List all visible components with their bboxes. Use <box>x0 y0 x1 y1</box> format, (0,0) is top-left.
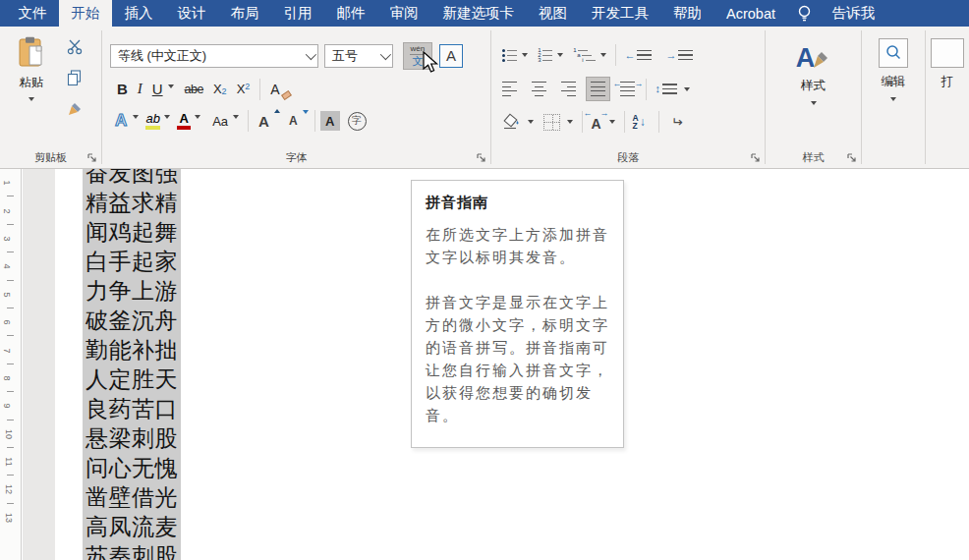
menu-tab[interactable]: Acrobat <box>714 0 788 27</box>
grow-font-button[interactable]: A <box>254 111 274 132</box>
menu-tab[interactable]: 设计 <box>165 0 218 27</box>
paste-button[interactable]: 粘贴 <box>6 32 57 127</box>
highlight-caret[interactable] <box>164 115 170 119</box>
line-spacing-button[interactable]: ↕ <box>652 81 680 98</box>
editing-button[interactable]: 编辑 <box>862 27 925 101</box>
menu-tab[interactable]: 新建选项卡 <box>430 0 527 27</box>
strikethrough-button[interactable]: abe <box>180 81 208 98</box>
partial-button[interactable]: 打 <box>926 27 969 90</box>
borders-caret[interactable] <box>567 120 573 124</box>
change-case-glyph: Aa <box>212 114 228 129</box>
subscript-button[interactable]: X2 <box>208 80 232 98</box>
italic-button[interactable]: I <box>133 79 147 99</box>
numbering-caret[interactable] <box>557 53 563 57</box>
menu-tab[interactable]: 文件 <box>6 0 59 27</box>
align-left-button[interactable] <box>499 78 520 99</box>
asian-layout-caret[interactable] <box>609 120 615 124</box>
italic-glyph: I <box>138 81 142 97</box>
bold-button[interactable]: B <box>112 79 133 99</box>
menu-tab[interactable]: 审阅 <box>377 0 430 27</box>
text-effects-button[interactable]: A <box>110 109 132 133</box>
styles-dialog-launcher-icon[interactable] <box>846 152 858 164</box>
font-size-combo[interactable]: 五号 <box>324 44 393 68</box>
menu-tab[interactable]: 开发工具 <box>580 0 661 27</box>
change-case-button[interactable]: Aa <box>207 112 233 131</box>
idiom-line[interactable]: 奋发图强 <box>83 169 181 189</box>
character-shading-glyph: A <box>325 114 334 129</box>
font-name-combo[interactable]: 等线 (中文正文) <box>110 44 318 68</box>
shading-caret[interactable] <box>528 120 534 124</box>
idiom-text: 白手起家 <box>83 248 181 277</box>
tab-tell-me[interactable]: 告诉我 <box>822 0 884 27</box>
multilevel-caret[interactable] <box>600 53 606 57</box>
partial-button-icon-box <box>931 38 964 68</box>
font-color-caret[interactable] <box>195 115 200 119</box>
phonetic-guide-button[interactable]: wén 文 <box>403 42 432 70</box>
change-case-caret[interactable] <box>233 115 239 119</box>
idiom-line[interactable]: 凿壁借光 <box>83 483 181 513</box>
numbering-button[interactable]: 1 2 3 <box>534 46 555 65</box>
idiom-line[interactable]: 良药苦口 <box>83 395 181 424</box>
align-center-button[interactable] <box>529 78 549 99</box>
highlight-color-button[interactable]: ab <box>145 112 160 130</box>
line-spacing-caret[interactable] <box>684 87 690 91</box>
menu-tab[interactable]: 布局 <box>218 0 271 27</box>
idiom-text: 破釜沉舟 <box>83 307 181 336</box>
idiom-line[interactable]: 闻鸡起舞 <box>83 218 181 248</box>
align-right-button[interactable] <box>558 78 579 99</box>
menu-tab[interactable]: 开始 <box>59 0 112 27</box>
font-dialog-launcher-icon[interactable] <box>476 152 487 164</box>
idiom-line[interactable]: 勤能补拙 <box>83 336 181 365</box>
superscript-2: 2 <box>245 82 250 91</box>
decrease-indent-button[interactable]: ← <box>621 46 655 64</box>
idiom-line[interactable]: 人定胜天 <box>83 365 181 395</box>
enclose-characters-button[interactable]: 字 <box>348 112 367 131</box>
idiom-line[interactable]: 精益求精 <box>83 189 181 218</box>
tell-me-bulb[interactable] <box>787 0 822 27</box>
styles-button[interactable]: A 样式 <box>766 27 861 105</box>
format-painter-button[interactable] <box>61 95 88 123</box>
idiom-line[interactable]: 白手起家 <box>83 248 181 277</box>
show-marks-button[interactable]: ↵ <box>668 112 686 132</box>
vertical-ruler[interactable]: 1 2 3 4 5 6 <box>0 169 22 560</box>
idiom-line[interactable]: 苏秦刺股 <box>83 542 181 560</box>
bullets-button[interactable] <box>499 46 520 65</box>
copy-button[interactable] <box>61 64 88 91</box>
justify-button[interactable] <box>586 77 610 100</box>
shrink-font-button[interactable]: A <box>284 112 303 130</box>
menu-tab[interactable]: 帮助 <box>661 0 714 27</box>
underline-button[interactable]: U <box>147 79 168 99</box>
borders-button[interactable] <box>541 112 563 133</box>
menu-tab[interactable]: 视图 <box>527 0 580 27</box>
idiom-line[interactable]: 悬梁刺股 <box>83 424 181 454</box>
menu-tab-label: 帮助 <box>673 4 702 23</box>
asian-layout-button[interactable]: ←→ A <box>588 111 603 134</box>
idiom-line[interactable]: 力争上游 <box>83 277 181 307</box>
multilevel-list-button[interactable]: 1 a i <box>569 46 598 65</box>
menu-tab[interactable]: 邮件 <box>324 0 377 27</box>
bullets-caret[interactable] <box>522 53 528 57</box>
clipboard-dialog-launcher-icon[interactable] <box>86 152 98 164</box>
idiom-line[interactable]: 问心无愧 <box>83 454 181 483</box>
text-effects-caret[interactable] <box>133 115 139 119</box>
increase-indent-button[interactable]: → <box>662 46 696 64</box>
shading-button[interactable] <box>499 111 525 133</box>
idiom-line[interactable]: 破釜沉舟 <box>83 307 181 336</box>
paste-clipboard-icon <box>16 36 47 70</box>
menu-tab[interactable]: 引用 <box>271 0 324 27</box>
subscript-2: 2 <box>222 86 227 96</box>
menu-tab[interactable]: 插入 <box>112 0 165 27</box>
distribute-button[interactable]: ←→ <box>617 78 638 99</box>
character-shading-button[interactable]: A <box>320 111 340 131</box>
sort-button[interactable]: AZ ↓ <box>630 112 649 133</box>
superscript-button[interactable]: X2 <box>232 80 256 98</box>
cut-button[interactable] <box>61 32 88 60</box>
clear-formatting-button[interactable]: A <box>265 80 284 99</box>
ruler-number: 12 <box>4 484 14 494</box>
idiom-line[interactable]: 高凤流麦 <box>83 513 181 542</box>
font-color-button[interactable]: A <box>177 112 191 130</box>
underline-dropdown-caret[interactable] <box>168 84 174 88</box>
paragraph-dialog-launcher-icon[interactable] <box>750 152 762 164</box>
page-margin-strip <box>23 169 55 560</box>
character-border-button[interactable]: A <box>439 44 463 68</box>
